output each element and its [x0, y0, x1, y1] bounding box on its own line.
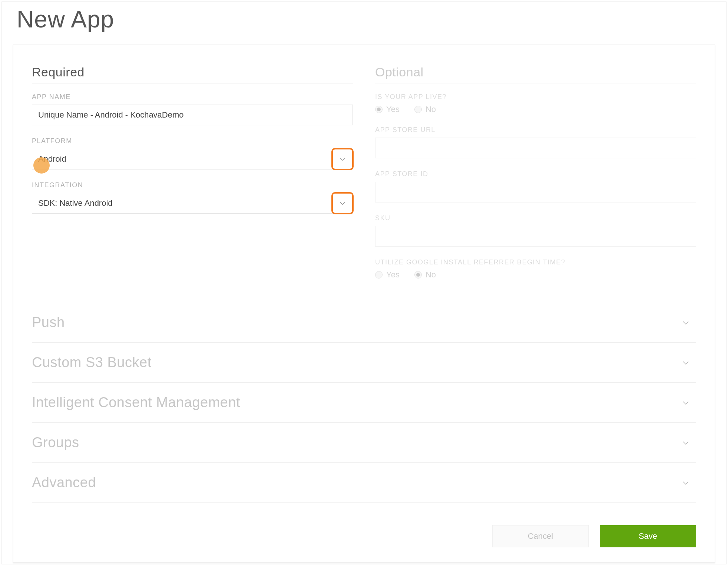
save-button[interactable]: Save: [600, 525, 696, 547]
app-store-url-group: APP STORE URL: [375, 126, 696, 158]
platform-select[interactable]: Android: [32, 149, 353, 169]
app-live-label: IS YOUR APP LIVE?: [375, 93, 696, 101]
accordion-list: Push Custom S3 Bucket Intelligent Consen…: [32, 303, 696, 503]
accordion-advanced[interactable]: Advanced: [32, 463, 696, 503]
accordion-label: Intelligent Consent Management: [32, 395, 240, 411]
radio-icon: [375, 271, 383, 278]
annotation-marker: [33, 157, 50, 174]
google-referrer-no[interactable]: No: [414, 270, 436, 280]
cancel-button[interactable]: Cancel: [492, 525, 589, 547]
accordion-label: Push: [32, 314, 65, 330]
accordion-label: Advanced: [32, 475, 96, 491]
google-referrer-radio-row: Yes No: [375, 270, 696, 280]
google-referrer-no-label: No: [426, 270, 436, 280]
integration-select-wrap: SDK: Native Android: [32, 193, 353, 214]
google-referrer-group: UTILIZE GOOGLE INSTALL REFERRER BEGIN TI…: [375, 258, 696, 280]
accordion-custom-s3[interactable]: Custom S3 Bucket: [32, 343, 696, 383]
page-title: New App: [2, 2, 726, 44]
sku-label: SKU: [375, 214, 696, 222]
accordion-consent[interactable]: Intelligent Consent Management: [32, 383, 696, 423]
accordion-groups[interactable]: Groups: [32, 423, 696, 463]
app-name-label: APP NAME: [32, 93, 353, 101]
app-store-id-group: APP STORE ID: [375, 170, 696, 202]
radio-icon: [375, 106, 383, 113]
app-store-id-label: APP STORE ID: [375, 170, 696, 178]
sku-group: SKU: [375, 214, 696, 247]
button-row: Cancel Save: [32, 525, 696, 547]
chevron-down-icon: [681, 438, 690, 447]
accordion-label: Groups: [32, 435, 79, 451]
required-column: Required APP NAME PLATFORM Android: [32, 65, 353, 291]
chevron-down-icon: [681, 358, 690, 367]
app-live-yes-label: Yes: [386, 105, 400, 114]
page-frame: New App Required APP NAME PLATFORM Andro…: [1, 1, 727, 564]
radio-icon: [414, 271, 422, 278]
app-live-group: IS YOUR APP LIVE? Yes No: [375, 93, 696, 114]
app-name-input[interactable]: [32, 105, 353, 125]
required-heading: Required: [32, 65, 353, 83]
integration-group: INTEGRATION SDK: Native Android: [32, 181, 353, 214]
optional-heading: Optional: [375, 65, 696, 83]
google-referrer-yes[interactable]: Yes: [375, 270, 400, 280]
accordion-push[interactable]: Push: [32, 303, 696, 343]
integration-select-value: SDK: Native Android: [38, 198, 113, 208]
chevron-down-icon: [681, 398, 690, 407]
app-live-yes[interactable]: Yes: [375, 105, 400, 114]
form-columns: Required APP NAME PLATFORM Android: [32, 65, 696, 291]
radio-icon: [414, 106, 422, 113]
accordion-label: Custom S3 Bucket: [32, 355, 152, 370]
integration-select[interactable]: SDK: Native Android: [32, 193, 353, 214]
app-name-group: APP NAME: [32, 93, 353, 125]
app-live-radio-row: Yes No: [375, 105, 696, 114]
app-store-url-input[interactable]: [375, 138, 696, 158]
optional-column: Optional IS YOUR APP LIVE? Yes No: [375, 65, 696, 291]
sku-input[interactable]: [375, 226, 696, 247]
platform-select-wrap: Android: [32, 149, 353, 169]
chevron-down-icon: [681, 478, 690, 487]
google-referrer-label: UTILIZE GOOGLE INSTALL REFERRER BEGIN TI…: [375, 258, 696, 266]
app-live-no-label: No: [426, 105, 436, 114]
platform-group: PLATFORM Android: [32, 137, 353, 169]
chevron-down-icon: [681, 318, 690, 327]
app-live-no[interactable]: No: [414, 105, 436, 114]
integration-label: INTEGRATION: [32, 181, 353, 189]
form-card: Required APP NAME PLATFORM Android: [13, 44, 715, 563]
platform-label: PLATFORM: [32, 137, 353, 145]
app-store-url-label: APP STORE URL: [375, 126, 696, 134]
google-referrer-yes-label: Yes: [386, 270, 400, 280]
app-store-id-input[interactable]: [375, 182, 696, 202]
